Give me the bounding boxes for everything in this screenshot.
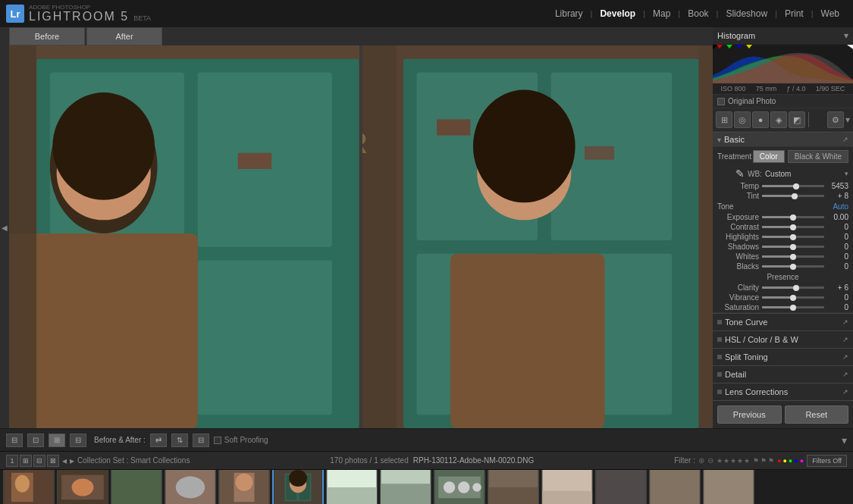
red-eye-tool-icon[interactable]: ◈ [770,111,787,128]
filter-icon2[interactable]: ⊖ [707,456,713,465]
filter-icon[interactable]: ⊕ [698,456,704,465]
crop-tool-icon[interactable]: ◎ [734,111,751,128]
nav-map[interactable]: Map [647,5,676,22]
saturation-slider[interactable] [762,306,824,308]
vibrance-slider[interactable] [762,296,824,299]
flag-2[interactable]: ⚑ [760,457,767,465]
star-5[interactable]: ★ [744,457,750,465]
flag-3[interactable]: ⚑ [768,457,774,465]
svg-rect-70 [650,470,699,504]
survey-view-btn[interactable]: ⊟ [70,434,86,447]
thumb-9[interactable] [434,470,485,504]
svg-point-40 [72,478,94,496]
thumb-11[interactable] [541,470,593,504]
split-toning-header[interactable]: Split Toning ↗ [713,348,853,365]
compare-view-btn[interactable]: ⊞ [49,434,65,447]
nav-develop[interactable]: Develop [594,5,641,22]
thumb-3-svg [111,470,162,504]
highlights-slider[interactable] [762,236,824,238]
wb-row: ✎ WB: Custom ▾ [713,166,853,181]
saturation-slider-row: Saturation 0 [713,302,853,312]
exposure-slider[interactable] [762,216,824,218]
tool-icons-row: ⊞ ◎ ● ◈ ◩ ⚙ ▾ [713,108,853,132]
detail-header[interactable]: Detail ↗ [713,365,853,383]
options-btn[interactable]: ⊟ [193,434,209,447]
soft-proofing-checkbox[interactable] [214,437,221,444]
bottom-bar-expand-icon[interactable]: ▾ [842,434,847,446]
wb-dropdown-icon[interactable]: ▾ [845,170,848,177]
left-panel-toggle[interactable]: ◀ [0,27,9,428]
eyedropper-icon[interactable]: ✎ [735,167,745,180]
clarity-slider[interactable] [762,286,824,289]
thumb-1[interactable] [3,470,55,504]
loupe-view-btn[interactable]: ⊡ [27,434,44,447]
thumb-3[interactable] [111,470,162,504]
auto-tone-btn[interactable]: Auto [833,202,848,211]
thumb-6-selected[interactable] [272,470,324,504]
histogram-expand-icon[interactable]: ▾ [844,30,848,41]
next-photo-btn[interactable]: ▸ [70,455,74,466]
flip-btn[interactable]: ⇅ [171,434,188,447]
color-purple[interactable]: ● [800,457,804,465]
tint-slider[interactable] [762,195,824,197]
presence-header: Presence [713,271,853,283]
fs-survey-btn[interactable]: ⊠ [47,455,59,467]
basic-section-header[interactable]: ▾ Basic ↗ [713,132,853,147]
tone-curve-header[interactable]: Tone Curve ↗ [713,313,853,330]
color-red[interactable]: ● [777,457,781,465]
thumb-4[interactable] [165,470,216,504]
color-yellow[interactable]: ● [782,457,786,465]
star-3[interactable]: ★ [730,457,736,465]
color-blue[interactable]: ● [794,457,798,465]
before-image: RCHER [9,45,359,428]
thumb-13[interactable] [649,470,701,504]
star-4[interactable]: ★ [737,457,743,465]
thumb-2[interactable] [57,470,108,504]
expand-all-icon[interactable]: ▾ [845,114,850,125]
thumb-1-svg [4,470,54,504]
reset-button[interactable]: Reset [785,405,849,424]
temp-slider[interactable] [762,185,824,187]
nav-print[interactable]: Print [779,5,810,22]
swap-btn[interactable]: ⇄ [150,434,167,447]
thumb-5[interactable] [218,470,270,504]
thumb-8[interactable] [380,470,431,504]
split-toning-expand-icon: ↗ [842,353,848,361]
thumb-10[interactable] [488,470,539,504]
flag-1[interactable]: ⚑ [753,457,759,465]
nav-web[interactable]: Web [815,5,845,22]
filmstrip-thumbs [0,470,853,504]
grid-view-btn[interactable]: ⊟ [6,434,23,447]
settings-icon[interactable]: ⚙ [827,111,844,128]
after-tab[interactable]: After [86,27,162,45]
blacks-slider[interactable] [762,265,824,268]
gradient-tool-icon[interactable]: ◩ [789,111,805,128]
nav-library[interactable]: Library [549,5,589,22]
thumb-7[interactable] [326,470,378,504]
heal-tool-icon[interactable]: ● [752,111,769,128]
prev-photo-btn[interactable]: ◂ [62,455,67,466]
nav-book[interactable]: Book [682,5,714,22]
thumb-14[interactable] [703,470,754,504]
fs-single-btn[interactable]: 1 [6,455,18,467]
hsl-header[interactable]: HSL / Color / B & W ↗ [713,330,853,348]
shadows-slider[interactable] [762,246,824,248]
grid-tool-icon[interactable]: ⊞ [716,111,732,128]
thumb-12[interactable] [595,470,647,504]
fs-grid-btn[interactable]: ⊞ [20,455,32,467]
lens-corrections-header[interactable]: Lens Corrections ↗ [713,383,853,400]
bw-treatment-btn[interactable]: Black & White [788,150,848,163]
original-photo-checkbox[interactable] [717,98,725,105]
previous-button[interactable]: Previous [717,405,782,424]
before-tab[interactable]: Before [9,27,85,45]
color-treatment-btn[interactable]: Color [753,150,785,163]
filters-off-btn[interactable]: Filters Off [807,455,847,467]
contrast-slider[interactable] [762,226,824,228]
star-1[interactable]: ★ [717,457,723,465]
fs-compare-btn[interactable]: ⊟ [33,455,45,467]
star-2[interactable]: ★ [723,457,729,465]
nav-slideshow[interactable]: Slideshow [720,5,773,22]
color-green[interactable]: ● [789,457,792,465]
thumb-7-svg [327,470,377,504]
whites-slider[interactable] [762,255,824,258]
